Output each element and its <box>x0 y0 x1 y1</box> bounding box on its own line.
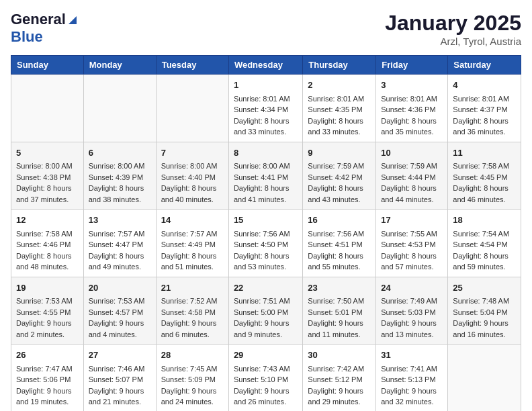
day-number: 30 <box>308 349 371 362</box>
day-info: Sunrise: 7:56 AM Sunset: 4:50 PM Dayligh… <box>234 228 298 273</box>
calendar-cell: 24Sunrise: 7:49 AM Sunset: 5:03 PM Dayli… <box>376 277 448 345</box>
day-info: Sunrise: 7:58 AM Sunset: 4:45 PM Dayligh… <box>453 161 516 205</box>
day-info: Sunrise: 7:59 AM Sunset: 4:42 PM Dayligh… <box>308 161 371 205</box>
day-number: 10 <box>381 146 443 160</box>
calendar-cell: 23Sunrise: 7:50 AM Sunset: 5:01 PM Dayli… <box>303 277 376 345</box>
day-number: 22 <box>234 281 298 295</box>
calendar-cell <box>11 75 84 142</box>
week-row-5: 26Sunrise: 7:47 AM Sunset: 5:06 PM Dayli… <box>11 345 521 412</box>
day-info: Sunrise: 7:59 AM Sunset: 4:44 PM Dayligh… <box>381 161 443 205</box>
day-info: Sunrise: 7:58 AM Sunset: 4:46 PM Dayligh… <box>16 228 79 273</box>
week-row-2: 5Sunrise: 8:00 AM Sunset: 4:38 PM Daylig… <box>11 142 521 210</box>
week-row-4: 19Sunrise: 7:53 AM Sunset: 4:55 PM Dayli… <box>11 277 521 345</box>
calendar-table: SundayMondayTuesdayWednesdayThursdayFrid… <box>11 55 521 411</box>
day-info: Sunrise: 7:47 AM Sunset: 5:06 PM Dayligh… <box>16 363 79 408</box>
weekday-header-saturday: Saturday <box>448 56 521 75</box>
day-info: Sunrise: 7:41 AM Sunset: 5:13 PM Dayligh… <box>381 363 443 408</box>
day-number: 21 <box>161 281 224 295</box>
week-row-3: 12Sunrise: 7:58 AM Sunset: 4:46 PM Dayli… <box>11 210 521 277</box>
calendar-cell: 1Sunrise: 8:01 AM Sunset: 4:34 PM Daylig… <box>228 75 302 142</box>
day-number: 13 <box>89 214 151 227</box>
logo-triangle-icon <box>66 13 78 26</box>
day-info: Sunrise: 7:52 AM Sunset: 4:58 PM Dayligh… <box>161 295 224 340</box>
day-info: Sunrise: 7:53 AM Sunset: 4:55 PM Dayligh… <box>16 295 79 340</box>
day-number: 25 <box>453 281 516 295</box>
calendar-cell: 21Sunrise: 7:52 AM Sunset: 4:58 PM Dayli… <box>156 277 228 345</box>
day-info: Sunrise: 7:51 AM Sunset: 5:00 PM Dayligh… <box>234 295 298 340</box>
logo-blue-text: Blue <box>11 28 43 45</box>
weekday-header-thursday: Thursday <box>303 56 376 75</box>
day-number: 28 <box>161 349 224 362</box>
day-number: 9 <box>308 146 371 160</box>
day-info: Sunrise: 7:49 AM Sunset: 5:03 PM Dayligh… <box>381 295 443 340</box>
day-number: 18 <box>453 214 516 227</box>
day-number: 3 <box>381 79 443 92</box>
logo: General Blue <box>11 11 78 46</box>
calendar-cell: 7Sunrise: 8:00 AM Sunset: 4:40 PM Daylig… <box>156 142 228 210</box>
day-number: 7 <box>161 146 224 160</box>
day-info: Sunrise: 8:00 AM Sunset: 4:40 PM Dayligh… <box>161 161 224 205</box>
weekday-header-tuesday: Tuesday <box>156 56 228 75</box>
calendar-cell: 3Sunrise: 8:01 AM Sunset: 4:36 PM Daylig… <box>376 75 448 142</box>
weekday-header-friday: Friday <box>376 56 448 75</box>
day-info: Sunrise: 8:01 AM Sunset: 4:34 PM Dayligh… <box>234 93 298 138</box>
day-info: Sunrise: 8:01 AM Sunset: 4:35 PM Dayligh… <box>308 93 371 138</box>
calendar-cell: 29Sunrise: 7:43 AM Sunset: 5:10 PM Dayli… <box>228 345 302 412</box>
location-title: Arzl, Tyrol, Austria <box>385 36 521 47</box>
calendar-cell: 22Sunrise: 7:51 AM Sunset: 5:00 PM Dayli… <box>228 277 302 345</box>
calendar-cell: 18Sunrise: 7:54 AM Sunset: 4:54 PM Dayli… <box>448 210 521 277</box>
day-number: 26 <box>16 349 79 362</box>
day-number: 12 <box>16 214 79 227</box>
weekday-header-monday: Monday <box>83 56 156 75</box>
calendar-cell: 27Sunrise: 7:46 AM Sunset: 5:07 PM Dayli… <box>83 345 156 412</box>
day-info: Sunrise: 7:43 AM Sunset: 5:10 PM Dayligh… <box>234 363 298 408</box>
calendar-cell: 13Sunrise: 7:57 AM Sunset: 4:47 PM Dayli… <box>83 210 156 277</box>
calendar-cell: 11Sunrise: 7:58 AM Sunset: 4:45 PM Dayli… <box>448 142 521 210</box>
day-number: 24 <box>381 281 443 295</box>
day-number: 19 <box>16 281 79 295</box>
day-number: 29 <box>234 349 298 362</box>
day-info: Sunrise: 7:54 AM Sunset: 4:54 PM Dayligh… <box>453 228 516 273</box>
day-info: Sunrise: 7:57 AM Sunset: 4:47 PM Dayligh… <box>89 228 151 273</box>
day-number: 23 <box>308 281 371 295</box>
calendar-cell: 4Sunrise: 8:01 AM Sunset: 4:37 PM Daylig… <box>448 75 521 142</box>
calendar-cell: 19Sunrise: 7:53 AM Sunset: 4:55 PM Dayli… <box>11 277 84 345</box>
day-number: 31 <box>381 349 443 362</box>
calendar-cell <box>156 75 228 142</box>
calendar-cell: 17Sunrise: 7:55 AM Sunset: 4:53 PM Dayli… <box>376 210 448 277</box>
day-info: Sunrise: 8:01 AM Sunset: 4:37 PM Dayligh… <box>453 93 516 138</box>
day-info: Sunrise: 7:48 AM Sunset: 5:04 PM Dayligh… <box>453 295 516 340</box>
day-info: Sunrise: 7:55 AM Sunset: 4:53 PM Dayligh… <box>381 228 443 273</box>
month-title: January 2025 <box>385 11 521 36</box>
day-number: 1 <box>234 79 298 92</box>
calendar-cell: 25Sunrise: 7:48 AM Sunset: 5:04 PM Dayli… <box>448 277 521 345</box>
day-info: Sunrise: 8:00 AM Sunset: 4:39 PM Dayligh… <box>89 161 151 205</box>
day-info: Sunrise: 7:56 AM Sunset: 4:51 PM Dayligh… <box>308 228 371 273</box>
day-number: 27 <box>89 349 151 362</box>
day-info: Sunrise: 8:00 AM Sunset: 4:41 PM Dayligh… <box>234 161 298 205</box>
calendar-cell: 12Sunrise: 7:58 AM Sunset: 4:46 PM Dayli… <box>11 210 84 277</box>
calendar-cell: 14Sunrise: 7:57 AM Sunset: 4:49 PM Dayli… <box>156 210 228 277</box>
calendar-cell: 28Sunrise: 7:45 AM Sunset: 5:09 PM Dayli… <box>156 345 228 412</box>
calendar-cell <box>83 75 156 142</box>
day-number: 2 <box>308 79 371 92</box>
calendar-cell: 30Sunrise: 7:42 AM Sunset: 5:12 PM Dayli… <box>303 345 376 412</box>
day-number: 17 <box>381 214 443 227</box>
calendar-cell <box>448 345 521 412</box>
day-number: 15 <box>234 214 298 227</box>
day-number: 11 <box>453 146 516 160</box>
logo-general-text: General <box>11 11 66 28</box>
title-block: January 2025 Arzl, Tyrol, Austria <box>385 11 521 47</box>
calendar-cell: 6Sunrise: 8:00 AM Sunset: 4:39 PM Daylig… <box>83 142 156 210</box>
calendar-cell: 20Sunrise: 7:53 AM Sunset: 4:57 PM Dayli… <box>83 277 156 345</box>
day-info: Sunrise: 8:01 AM Sunset: 4:36 PM Dayligh… <box>381 93 443 138</box>
day-number: 16 <box>308 214 371 227</box>
weekday-header-wednesday: Wednesday <box>228 56 302 75</box>
svg-marker-0 <box>69 16 77 24</box>
day-info: Sunrise: 7:57 AM Sunset: 4:49 PM Dayligh… <box>161 228 224 273</box>
calendar-cell: 2Sunrise: 8:01 AM Sunset: 4:35 PM Daylig… <box>303 75 376 142</box>
calendar-cell: 9Sunrise: 7:59 AM Sunset: 4:42 PM Daylig… <box>303 142 376 210</box>
page-header: General Blue January 2025 Arzl, Tyrol, A… <box>11 11 521 47</box>
weekday-header-sunday: Sunday <box>11 56 84 75</box>
day-info: Sunrise: 7:53 AM Sunset: 4:57 PM Dayligh… <box>89 295 151 340</box>
